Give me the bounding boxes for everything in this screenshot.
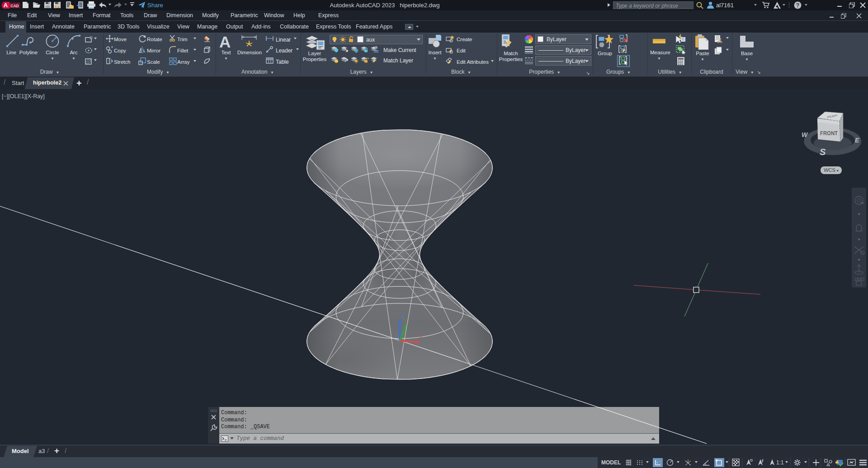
svg-text:E: E: [855, 137, 859, 144]
svg-text:W: W: [802, 131, 808, 138]
svg-text:A: A: [4, 2, 8, 9]
svg-text:2D: 2D: [861, 202, 864, 204]
svg-text:Y: Y: [403, 317, 407, 324]
svg-text:FRONT: FRONT: [820, 130, 838, 137]
svg-text:?: ?: [796, 2, 799, 9]
svg-text:CAD: CAD: [10, 4, 19, 8]
svg-text:X: X: [419, 333, 423, 340]
svg-text:S: S: [820, 147, 826, 157]
